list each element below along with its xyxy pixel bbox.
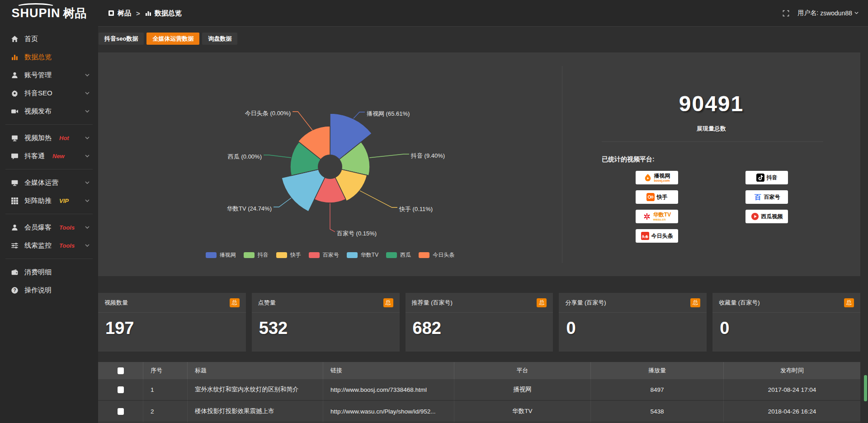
table-header-cell: 链接 (323, 362, 454, 379)
table-header-cell: 播放量 (591, 362, 724, 379)
legend-item[interactable]: 华数TV (347, 251, 378, 259)
pie-label-leader (274, 198, 291, 207)
svg-text:百: 百 (754, 193, 761, 201)
row-checkbox-cell (98, 379, 143, 401)
sidebar-item[interactable]: 首页 (0, 30, 98, 48)
wasu-logo (643, 212, 651, 221)
fullscreen-icon[interactable] (783, 10, 789, 17)
video-title-link[interactable]: 室外水纹灯和室内水纹灯的区别和简介 (188, 379, 323, 401)
monitor-icon (11, 179, 19, 187)
chart-legend: 播视网抖音快手百家号华数TV西瓜今日头条 (98, 251, 562, 259)
username-menu[interactable]: 用户名: zswodun88 (797, 9, 859, 17)
boosj-logo (644, 174, 652, 182)
sidebar-item-label: 视频发布 (24, 107, 52, 116)
stat-card-value: 532 (252, 313, 400, 344)
platform-name: 华数TV (653, 212, 671, 218)
pie-slice-label: 华数TV (24.74%) (227, 205, 272, 212)
sidebar-item[interactable]: 视频加热Hot (0, 129, 98, 147)
gear-icon (11, 89, 19, 97)
platform-name: 快手 (657, 194, 668, 200)
sidebar-item[interactable]: 抖音SEO (0, 84, 98, 102)
home-icon (11, 35, 19, 43)
video-url-link[interactable]: http://www.boosj.com/7338468.html (323, 379, 454, 401)
sidebar-item-label: 账号管理 (24, 71, 52, 80)
publish-time-cell: 2018-04-26 16:24 (724, 401, 860, 423)
platform-badge: 百百家号 (745, 190, 788, 204)
pie-slice-label: 快手 (0.11%) (399, 206, 433, 212)
chevron-down-icon (85, 180, 90, 185)
platform-name: 西瓜视频 (761, 214, 783, 220)
sidebar-item[interactable]: 数据总览 (0, 48, 98, 66)
platform-name: 百家号 (764, 194, 780, 200)
sidebar-item[interactable]: 线索监控Tools (0, 236, 98, 254)
legend-item[interactable]: 抖音 (244, 251, 269, 259)
pie-slice-label: 今日头条 (0.00%) (245, 110, 291, 117)
platform-share-pie-chart[interactable]: 播视网 (65.61%)抖音 (9.40%)快手 (0.11%)百家号 (0.1… (98, 52, 562, 276)
legend-item[interactable]: 西瓜 (386, 251, 411, 259)
total-badge: 总 (690, 298, 700, 307)
sidebar-item-badge: Tools (59, 224, 75, 231)
sidebar-item[interactable]: 抖客通New (0, 147, 98, 165)
platform-badges-right: 抖音百百家号西瓜视频 (745, 171, 788, 223)
sidebar-item[interactable]: 全媒体运营 (0, 174, 98, 192)
sidebar-item[interactable]: 账号管理 (0, 66, 98, 84)
stat-card-label: 推荐量 (百家号) (412, 299, 453, 307)
svg-text:头条: 头条 (642, 235, 648, 239)
legend-item[interactable]: 百家号 (309, 251, 339, 259)
platform-badge: 快手 (636, 190, 678, 204)
legend-label: 播视网 (220, 251, 236, 259)
row-checkbox-cell (98, 401, 143, 423)
bar-chart-icon (11, 53, 19, 61)
legend-item[interactable]: 今日头条 (419, 251, 454, 259)
stat-card-value: 682 (406, 313, 553, 344)
legend-swatch (244, 252, 255, 258)
sidebar-item[interactable]: 消费明细 (0, 263, 98, 281)
sidebar-item-badge: New (52, 153, 65, 160)
pie-slice-label: 播视网 (65.61%) (367, 110, 410, 117)
main-content: 抖音seo数据全媒体运营数据询盘数据 播视网 (65.61%)抖音 (9.40%… (98, 26, 868, 423)
total-badge: 总 (230, 298, 240, 307)
stat-card: 收藏量 (百家号)总0 (712, 293, 860, 352)
video-title-link[interactable]: 楼体投影灯投影效果震撼上市 (188, 401, 323, 423)
row-checkbox[interactable] (118, 408, 124, 415)
svg-text:?: ? (13, 288, 16, 293)
sidebar-item[interactable]: 矩阵助推VIP (0, 192, 98, 210)
chevron-down-icon (85, 153, 90, 159)
platform-badge: 华数TVwasu.cn (636, 210, 678, 223)
videos-table: 序号标题链接平台播放量发布时间1室外水纹灯和室内水纹灯的区别和简介http://… (98, 362, 860, 423)
pie-slice-label: 西瓜 (0.00%) (228, 153, 262, 160)
platform-name: 播视网 (654, 173, 670, 179)
tab[interactable]: 询盘数据 (202, 33, 237, 45)
platform-badge: 抖音 (745, 171, 788, 184)
video-camera-icon (11, 108, 19, 115)
tab[interactable]: 抖音seo数据 (99, 33, 144, 45)
chevron-down-icon (85, 225, 90, 230)
screen-icon (11, 134, 19, 142)
douyin-logo (756, 174, 764, 182)
legend-item[interactable]: 播视网 (206, 251, 236, 259)
tab[interactable]: 全媒体运营数据 (146, 33, 199, 45)
breadcrumb-root[interactable]: 树品 (118, 9, 131, 18)
sidebar-item-label: 数据总览 (24, 53, 52, 61)
row-checkbox[interactable] (118, 386, 124, 393)
sidebar-item[interactable]: 视频发布 (0, 102, 98, 120)
platform-name: 抖音 (767, 175, 778, 181)
plays-cell: 8497 (591, 379, 724, 401)
summary-divider (602, 141, 823, 142)
stat-card-label: 分享量 (百家号) (565, 299, 606, 307)
total-badge: 总 (383, 298, 393, 307)
stat-card: 视频数量总197 (98, 293, 246, 352)
stat-cards: 视频数量总197点赞量总532推荐量 (百家号)总682分享量 (百家号)总0收… (98, 293, 860, 352)
video-url-link[interactable]: http://www.wasu.cn/Play/show/id/952... (323, 401, 454, 423)
sidebar-item[interactable]: 会员爆客Tools (0, 218, 98, 236)
sidebar-item[interactable]: ?操作说明 (0, 281, 98, 299)
legend-item[interactable]: 快手 (276, 251, 301, 259)
stat-card: 点赞量总532 (252, 293, 400, 352)
app-logo: SHUPIN 树品 (0, 0, 98, 26)
scrollbar-thumb[interactable] (864, 375, 867, 401)
row-checkbox[interactable] (118, 367, 124, 374)
sidebar-item-label: 线索监控 (24, 241, 52, 250)
baijiahao-logo: 百 (754, 193, 762, 201)
sidebar-item-badge: Hot (59, 135, 69, 141)
platforms-title: 已统计的视频平台: (602, 155, 655, 164)
